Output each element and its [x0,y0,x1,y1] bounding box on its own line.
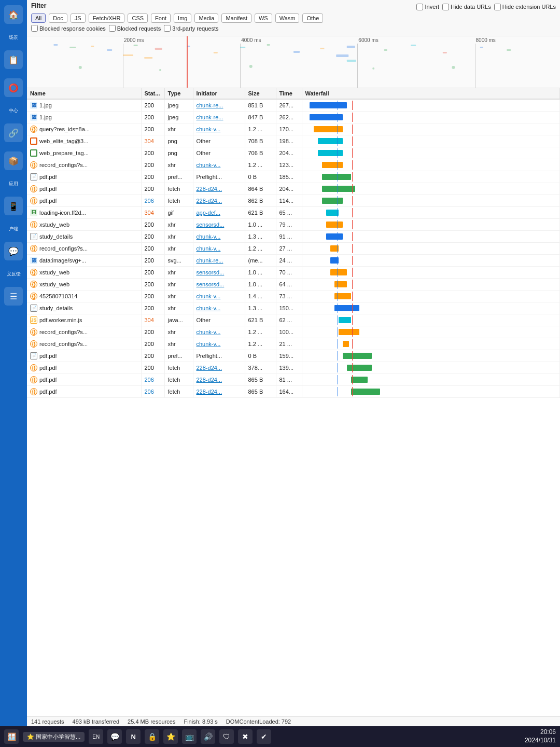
table-row[interactable]: {} pdf.pdf 206 fetch 228-d24... 865 B 16… [27,386,560,398]
cell-name[interactable]: 📄 pdf.pdf [27,171,141,183]
table-row[interactable]: JS pdf.worker.min.js 304 java... Other 6… [27,314,560,326]
cell-initiator[interactable]: 228-d24... [193,362,245,374]
cell-name[interactable]: 📄 study_details [27,231,141,243]
filter-btn-manifest[interactable]: Manifest [221,13,251,23]
initiator-link[interactable]: chunk-v... [197,245,221,252]
filter-btn-ws[interactable]: WS [255,13,272,23]
cell-name[interactable]: {} pdf.pdf [27,195,141,207]
initiator-link[interactable]: chunk-re... [197,102,223,108]
table-row[interactable]: {} record_configs?s... 200 xhr chunk-v..… [27,159,560,171]
cell-name[interactable]: JS pdf.worker.min.js [27,314,141,326]
hide-ext-urls-checkbox[interactable]: Hide extension URLs [494,4,556,10]
cell-initiator[interactable]: chunk-v... [193,326,245,338]
initiator-link[interactable]: chunk-v... [197,162,221,168]
filter-btn-all[interactable]: All [31,13,46,23]
filter-btn-fetch-xhr[interactable]: Fetch/XHR [89,13,125,23]
cell-name[interactable]: {} xstudy_web [27,219,141,231]
cell-name[interactable]: web_elite_tag@3... [27,135,141,147]
initiator-link[interactable]: chunk-re... [197,114,223,120]
initiator-link[interactable]: 228-d24... [197,198,222,204]
cell-name[interactable]: {} pdf.pdf [27,183,141,195]
taskbar-app-browser[interactable]: ⭐ 国家中小学智慧... [23,732,85,742]
cell-initiator[interactable]: sensorsd... [193,267,245,279]
col-header-waterfall[interactable]: Waterfall [302,88,560,99]
col-header-initiator[interactable]: Initiator [193,88,245,99]
cell-name[interactable]: {} pdf.pdf [27,386,141,398]
sidebar-item-app[interactable]: 📦 [4,151,23,170]
filter-btn-wasm[interactable]: Wasm [275,13,300,23]
cell-name[interactable]: 📄 pdf.pdf [27,350,141,362]
sidebar-item-menu[interactable]: ☰ [4,287,23,306]
cell-name[interactable]: {} record_configs?s... [27,338,141,350]
cell-name[interactable]: 📄 study_details [27,302,141,314]
table-row[interactable]: {} xstudy_web 200 xhr sensorsd... 1.0 ..… [27,279,560,290]
blocked-cookies-checkbox[interactable]: Blocked response cookies [31,25,106,32]
table-row[interactable]: web_elite_tag@3... 304 png Other 708 B 1… [27,135,560,147]
table-row[interactable]: {} pdf.pdf 200 fetch 228-d24... 378... 1… [27,362,560,374]
cell-initiator[interactable]: 228-d24... [193,386,245,398]
cell-name[interactable]: {} xstudy_web [27,267,141,279]
cell-initiator[interactable]: 228-d24... [193,195,245,207]
table-row[interactable]: {} 452580710314 200 xhr chunk-v... 1.4 .… [27,290,560,302]
initiator-link[interactable]: 228-d24... [197,365,222,371]
initiator-link[interactable]: sensorsd... [197,269,225,275]
cell-name[interactable]: {} record_configs?s... [27,243,141,255]
cell-initiator[interactable]: sensorsd... [193,279,245,290]
taskbar-check-icon[interactable]: ✔ [257,729,271,744]
cell-initiator[interactable]: chunk-v... [193,123,245,135]
table-row[interactable]: 📄 study_details 200 xhr chunk-v... 1.3 .… [27,231,560,243]
filter-btn-js[interactable]: JS [71,13,86,23]
initiator-link[interactable]: 228-d24... [197,377,222,383]
sidebar-item-mobile[interactable]: 📱 [4,197,23,215]
table-row[interactable]: web_prepare_tag... 200 png Other 706 B 2… [27,147,560,159]
initiator-link[interactable]: chunk-v... [197,305,221,311]
table-row[interactable]: {} pdf.pdf 206 fetch 228-d24... 865 B 81… [27,374,560,386]
cell-initiator[interactable]: chunk-v... [193,231,245,243]
initiator-link[interactable]: chunk-v... [197,341,221,347]
taskbar-wechat-icon[interactable]: 💬 [107,729,122,744]
cell-initiator[interactable]: chunk-re... [193,112,245,123]
cell-initiator[interactable]: chunk-v... [193,159,245,171]
invert-checkbox[interactable]: Invert [416,4,439,10]
initiator-link[interactable]: chunk-re... [197,257,223,264]
taskbar-start-icon[interactable]: 🪟 [4,729,19,744]
sidebar-item-home[interactable]: 🏠 [4,5,23,24]
cell-name[interactable]: 🖼 data:image/svg+... [27,255,141,267]
taskbar-screen-icon[interactable]: 📺 [182,729,197,744]
taskbar-star-icon[interactable]: ⭐ [163,729,178,744]
taskbar-close-icon[interactable]: ✖ [238,729,253,744]
cell-name[interactable]: 🎞 loading-icon.ff2d... [27,207,141,219]
initiator-link[interactable]: app-def... [197,210,220,216]
table-row[interactable]: {} record_configs?s... 200 xhr chunk-v..… [27,326,560,338]
sidebar-item-feedback[interactable]: 💬 [4,242,23,260]
table-row[interactable]: {} query?res_ids=8a... 200 xhr chunk-v..… [27,123,560,135]
cell-name[interactable]: 🖼 1.jpg [27,112,141,123]
initiator-link[interactable]: 228-d24... [197,389,222,395]
table-row[interactable]: 📄 pdf.pdf 200 pref... Preflight... 0 B 1… [27,171,560,183]
table-row[interactable]: 📄 pdf.pdf 200 pref... Preflight... 0 B 1… [27,350,560,362]
cell-name[interactable]: 🖼 1.jpg [27,99,141,112]
cell-initiator[interactable]: sensorsd... [193,219,245,231]
cell-initiator[interactable]: chunk-v... [193,338,245,350]
filter-btn-media[interactable]: Media [194,13,218,23]
cell-name[interactable]: {} xstudy_web [27,279,141,290]
initiator-link[interactable]: chunk-v... [197,126,221,132]
taskbar-lock-icon[interactable]: 🔒 [145,729,159,744]
initiator-link[interactable]: chunk-v... [197,233,221,240]
col-header-type[interactable]: Type [164,88,193,99]
filter-btn-css[interactable]: CSS [128,13,148,23]
sidebar-item-list[interactable]: 📋 [4,50,23,69]
table-row[interactable]: {} record_configs?s... 200 xhr chunk-v..… [27,243,560,255]
sidebar-item-link[interactable]: 🔗 [4,123,23,142]
cell-name[interactable]: {} pdf.pdf [27,362,141,374]
cell-name[interactable]: {} query?res_ids=8a... [27,123,141,135]
initiator-link[interactable]: sensorsd... [197,281,225,287]
cell-initiator[interactable]: chunk-re... [193,255,245,267]
table-row[interactable]: {} pdf.pdf 206 fetch 228-d24... 862 B 11… [27,195,560,207]
filter-btn-img[interactable]: Img [174,13,191,23]
initiator-link[interactable]: chunk-v... [197,293,221,299]
third-party-checkbox[interactable]: 3rd-party requests [164,25,218,32]
taskbar-shield-icon[interactable]: 🛡 [219,729,234,744]
initiator-link[interactable]: 228-d24... [197,186,222,192]
table-row[interactable]: {} record_configs?s... 200 xhr chunk-v..… [27,338,560,350]
